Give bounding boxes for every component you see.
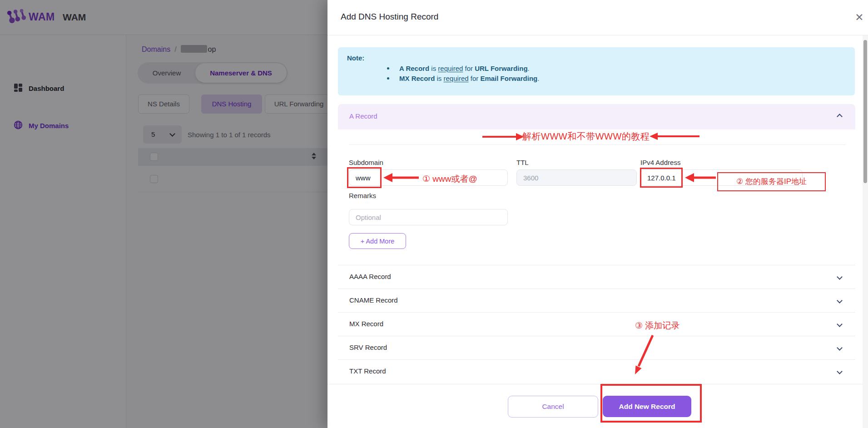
note-item: A Record is required for URL Forwarding. [387,65,846,72]
chevron-up-icon [837,114,843,119]
note-heading: Note: [347,54,846,62]
modal-backdrop[interactable] [0,0,327,428]
subdomain-label: Subdomain [349,159,383,166]
divider [349,144,846,145]
accordion-label: SRV Record [349,343,387,351]
note-item-text: MX Record is required for Email Forwardi… [399,75,539,82]
remarks-input[interactable] [349,209,508,225]
ipv4-input[interactable] [640,169,803,186]
accordion-header-aaaa-record[interactable]: AAAA Record [338,265,855,289]
bullet-icon [387,77,389,80]
accordion-label: CNAME Record [349,296,398,304]
divider [327,35,868,35]
remarks-label: Remarks [349,192,376,199]
ttl-label: TTL [516,159,529,166]
close-icon[interactable]: ✕ [852,10,867,25]
accordion-header-srv-record[interactable]: SRV Record [338,336,855,359]
accordion-label: A Record [349,112,377,120]
bullet-icon [387,67,389,70]
scrollbar-track[interactable] [863,35,868,428]
add-more-button[interactable]: + Add More [349,233,406,249]
accordion-label: TXT Record [349,367,386,375]
cancel-button[interactable]: Cancel [508,396,598,418]
accordion-header-txt-record[interactable]: TXT Record [338,359,855,384]
accordion-header-a-record[interactable]: A Record [338,104,855,129]
drawer-title: Add DNS Hosting Record [341,12,438,22]
ipv4-label: IPv4 Address [640,159,680,166]
scrollbar-thumb[interactable] [863,40,867,183]
accordion-label: AAAA Record [349,273,391,280]
note-box: Note: A Record is required for URL Forwa… [338,47,855,95]
chevron-down-icon [837,298,843,304]
accordion-label: MX Record [349,320,383,328]
chevron-down-icon [837,345,843,351]
add-new-record-button[interactable]: Add New Record [603,396,691,417]
subdomain-input[interactable] [349,169,508,186]
accordion-header-mx-record[interactable]: MX Record [338,312,855,336]
chevron-down-icon [837,321,843,327]
chevron-down-icon [837,368,843,374]
accordion-header-cname-record[interactable]: CNAME Record [338,289,855,312]
note-item: MX Record is required for Email Forwardi… [387,75,846,82]
app-window: WAM WAM Dashboard [0,0,868,428]
ttl-input[interactable] [516,169,637,186]
add-dns-record-drawer: Add DNS Hosting Record ✕ Note: A Record … [327,0,868,428]
note-item-text: A Record is required for URL Forwarding. [399,65,530,72]
drawer-footer: Cancel Add New Record [327,384,868,428]
chevron-down-icon [837,274,843,280]
